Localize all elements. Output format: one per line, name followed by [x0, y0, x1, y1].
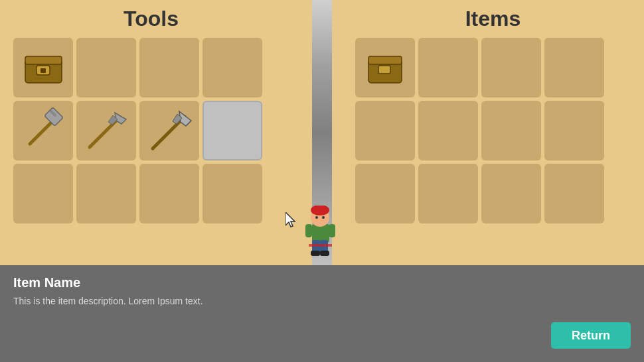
tool-slot-5[interactable] [76, 101, 136, 160]
tool-slot-10[interactable] [139, 164, 199, 223]
item-box-icon [365, 50, 405, 86]
item-name: Item Name [13, 275, 631, 290]
tool-slot-0[interactable] [13, 38, 73, 97]
svg-rect-5 [44, 107, 63, 126]
tool-slot-9[interactable] [76, 164, 136, 223]
items-panel: Items [342, 0, 644, 265]
item-slot-0[interactable] [355, 38, 415, 97]
main-area: Tools [0, 0, 644, 265]
tool-slot-1[interactable] [76, 38, 136, 97]
character [302, 206, 342, 259]
item-slot-1[interactable] [418, 38, 478, 97]
divider [312, 0, 332, 265]
item-slot-2[interactable] [481, 38, 541, 97]
tool-slot-6[interactable] [139, 101, 199, 160]
return-button[interactable]: Return [551, 322, 631, 349]
tool-slot-7[interactable] [202, 101, 262, 160]
item-slot-9[interactable] [418, 164, 478, 223]
tool-slot-4[interactable] [13, 101, 73, 160]
item-slot-4[interactable] [355, 101, 415, 160]
chest-icon [22, 50, 65, 86]
svg-rect-9 [312, 224, 329, 243]
tool-slot-2[interactable] [139, 38, 199, 97]
character-sprite [302, 206, 339, 259]
svg-rect-1 [25, 56, 62, 64]
svg-rect-15 [329, 224, 335, 237]
pickaxe-icon [83, 107, 129, 154]
item-slot-3[interactable] [544, 38, 604, 97]
svg-rect-14 [305, 224, 312, 237]
svg-line-8 [153, 117, 185, 149]
item-slot-5[interactable] [418, 101, 478, 160]
svg-rect-20 [309, 244, 332, 247]
item-slot-6[interactable] [481, 101, 541, 160]
items-title: Items [355, 7, 631, 31]
item-slot-7[interactable] [544, 101, 604, 160]
svg-rect-18 [311, 251, 320, 256]
item-slot-11[interactable] [544, 164, 604, 223]
svg-point-17 [322, 216, 325, 219]
svg-rect-22 [368, 56, 402, 64]
svg-point-16 [315, 216, 318, 219]
item-slot-10[interactable] [481, 164, 541, 223]
tool-slot-3[interactable] [202, 38, 262, 97]
svg-rect-3 [40, 68, 46, 73]
tools-panel: Tools [0, 0, 302, 265]
axe-icon [20, 107, 66, 154]
svg-rect-23 [378, 66, 390, 74]
info-bar: Item Name This is the item description. … [0, 265, 644, 362]
item-description: This is the item description. Lorem Ipsu… [13, 296, 631, 306]
tool-slot-11[interactable] [202, 164, 262, 223]
item-slot-8[interactable] [355, 164, 415, 223]
svg-rect-19 [320, 251, 329, 256]
tools-title: Tools [13, 7, 289, 31]
pickaxe2-icon [146, 107, 193, 154]
tool-slot-8[interactable] [13, 164, 73, 223]
